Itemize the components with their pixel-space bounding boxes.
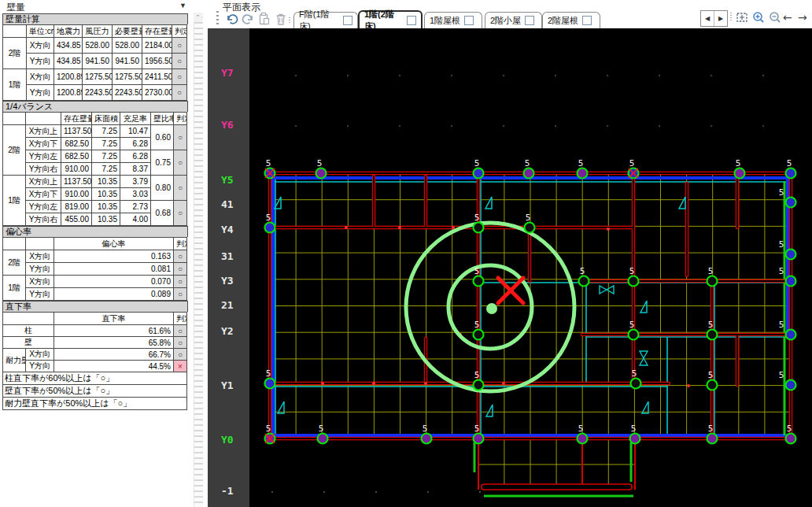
node-value-label: 5 (266, 424, 271, 434)
grid-node[interactable] (474, 380, 484, 390)
grid-node[interactable] (525, 223, 535, 233)
table-row: 壁直下率が50%以上は「○」 (3, 385, 187, 398)
grid-node[interactable] (579, 276, 589, 287)
grid-node[interactable] (629, 276, 639, 287)
floor-plan-drawing[interactable]: Y7Y6Y541Y431Y321Y2Y1Y0-15555555555555555… (208, 28, 812, 507)
grid-node[interactable] (707, 380, 718, 390)
node-value-label: 5 (526, 213, 531, 223)
table-cell: 判定 (174, 238, 187, 250)
node-value-label: 5 (578, 424, 584, 434)
grid-node[interactable] (316, 168, 327, 179)
section-title: 偏心率 (2, 226, 188, 237)
grid-node[interactable] (265, 379, 275, 389)
tab-F階(1階床)[interactable]: F階(1階床) (293, 12, 358, 28)
grid-node[interactable] (578, 168, 588, 179)
grid-node[interactable] (474, 276, 484, 287)
pan-left-icon[interactable]: ← (783, 11, 792, 24)
table-cell (3, 113, 26, 125)
table-cell: 1階 (3, 276, 26, 301)
grid-node[interactable] (786, 380, 796, 390)
table-cell: 2階 (3, 38, 27, 69)
table-cell: Y方向 (26, 361, 54, 372)
grid-node[interactable] (786, 434, 796, 444)
zoom-out-icon[interactable] (768, 10, 782, 24)
undo-icon[interactable] (225, 12, 239, 26)
grid-node[interactable] (474, 168, 484, 179)
grid-node[interactable] (422, 434, 432, 444)
grid-node[interactable] (707, 276, 718, 287)
node-value-label: 5 (779, 370, 784, 380)
node-value-label: 5 (708, 266, 714, 276)
grid-node[interactable] (474, 330, 484, 340)
node-value-label: 5 (779, 187, 784, 198)
judge-cell: ○ (174, 201, 187, 226)
calc-table: 存在壁量床面積充足率壁比率判定2階X方向上1137.507.2510.470.6… (2, 112, 187, 226)
table-row: Y方向1200.892243.502243.502730.00○ (3, 85, 187, 101)
table-row: 1階X方向1200.891275.501275.502411.50○ (3, 69, 187, 85)
grid-node[interactable] (707, 330, 718, 340)
grid-node[interactable] (630, 434, 640, 444)
node-value-label: 5 (708, 370, 714, 380)
tab-checkbox[interactable] (525, 16, 534, 25)
pan-right-icon[interactable]: → (798, 11, 807, 24)
fit-screen-icon[interactable] (735, 10, 749, 24)
grid-node[interactable] (578, 434, 588, 444)
grid-node[interactable] (786, 198, 796, 208)
tab-checkbox[interactable] (343, 16, 352, 25)
grid-node[interactable] (524, 168, 534, 179)
table-cell: 耐力壁直下率が50%以上は「○」 (3, 398, 187, 410)
table-cell: 7.25 (92, 150, 120, 163)
panel-scrollbar[interactable] (194, 13, 203, 507)
table-cell: 0.60 (151, 125, 174, 150)
table-cell: Y方向右 (26, 163, 61, 176)
plan-toolbar: 平面表示 F階(1階床)1階(2階床)1階屋根2階小屋2階屋根 ◀ ▶ (208, 0, 812, 28)
paste-icon[interactable] (257, 12, 271, 26)
grid-node[interactable] (265, 223, 275, 233)
next-icon[interactable]: ▶ (714, 11, 727, 26)
grid-node[interactable] (786, 168, 796, 179)
zoom-in-icon[interactable] (751, 10, 766, 24)
grid-node[interactable] (474, 434, 484, 444)
grid-node[interactable] (786, 250, 796, 260)
table-cell: 0.75 (151, 150, 174, 176)
grid-node[interactable] (474, 223, 484, 233)
tab-2階小屋[interactable]: 2階小屋 (485, 12, 542, 28)
table-cell: 434.85 (54, 38, 83, 54)
grid-node[interactable] (631, 379, 641, 389)
grid-node[interactable] (786, 330, 796, 340)
prev-icon[interactable]: ◀ (701, 11, 714, 26)
tab-2階屋根[interactable]: 2階屋根 (542, 12, 600, 28)
table-cell: 1956.50 (142, 54, 172, 69)
table-cell: 床面積 (92, 113, 120, 125)
table-cell: 434.85 (54, 54, 83, 69)
tab-checkbox[interactable] (407, 16, 416, 25)
panel-title: 壁量 (6, 1, 203, 13)
table-cell: 10.35 (92, 176, 120, 188)
grid-node[interactable] (707, 434, 718, 444)
delete-icon[interactable] (274, 12, 288, 26)
node-value-label: 5 (474, 213, 480, 223)
splitter-grip[interactable] (216, 11, 219, 27)
table-cell: 1200.89 (54, 85, 83, 101)
table-cell: 1275.50 (113, 69, 142, 85)
page-prev-next: ◀ ▶ (700, 10, 728, 27)
scroll-up-icon[interactable]: ⌃ (194, 13, 202, 22)
grid-node[interactable] (629, 330, 639, 340)
tab-1階(2階床)[interactable]: 1階(2階床) (358, 10, 423, 28)
table-row: 柱直下率が60%以上は「○」 (3, 372, 187, 385)
table-row: 壁65.8%○ (3, 337, 187, 349)
redo-icon[interactable] (241, 12, 255, 26)
table-cell: 判定 (174, 313, 187, 325)
grid-node[interactable] (786, 276, 796, 287)
judge-cell: ○ (174, 250, 187, 263)
panel-collapse-icon[interactable]: ▼ (179, 2, 186, 9)
grid-node[interactable] (735, 168, 745, 179)
tab-checkbox[interactable] (582, 16, 592, 25)
judge-cell: × (174, 361, 187, 372)
grid-node[interactable] (318, 434, 328, 444)
table-cell: 壁直下率が50%以上は「○」 (3, 385, 187, 398)
table-row: Y方向0.089○ (3, 288, 187, 301)
table-cell: 0.68 (151, 201, 174, 226)
tab-checkbox[interactable] (464, 16, 474, 25)
tab-1階屋根[interactable]: 1階屋根 (424, 12, 482, 28)
